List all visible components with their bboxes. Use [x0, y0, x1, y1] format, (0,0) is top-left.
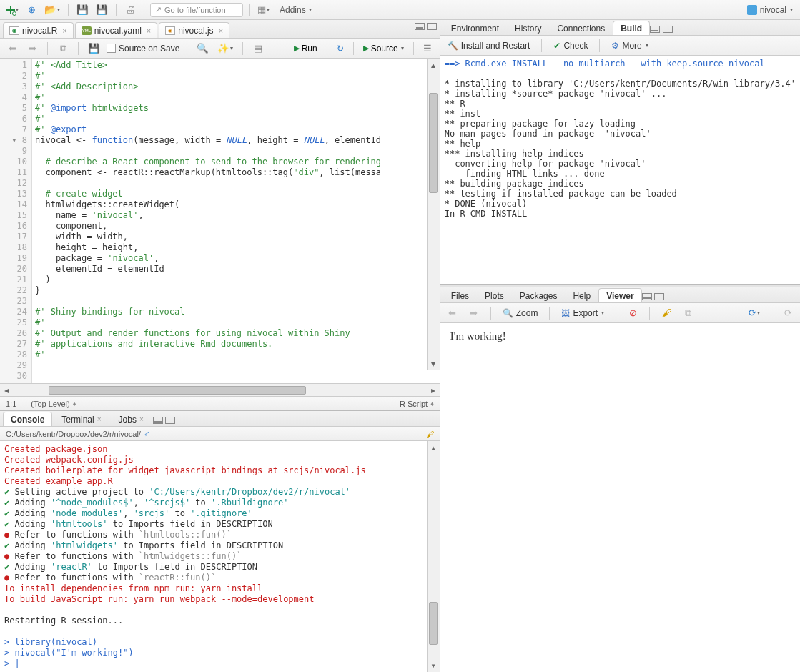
tab-files[interactable]: Files: [443, 288, 477, 302]
project-menu[interactable]: nivocal▾: [744, 3, 796, 17]
export-button[interactable]: 🖼Export▾: [558, 306, 607, 320]
separator: [68, 4, 69, 16]
close-tab-icon[interactable]: ×: [62, 26, 66, 35]
viewer-tabs-bar: FilesPlotsPackagesHelpViewer: [440, 287, 800, 303]
vertical-scrollbar[interactable]: ▴▾: [427, 59, 440, 370]
code-area[interactable]: #' <Add Title>#'#' <Add Description>#'#'…: [32, 59, 440, 383]
tab-viewer[interactable]: Viewer: [598, 288, 641, 302]
zoom-button[interactable]: 🔍Zoom: [500, 306, 541, 320]
tab-plots[interactable]: Plots: [477, 288, 512, 302]
run-button[interactable]: ▶Run: [290, 41, 321, 56]
tab-history[interactable]: History: [507, 21, 549, 35]
find-button[interactable]: 🔍: [194, 41, 211, 56]
wand-button[interactable]: ✨▾: [215, 41, 235, 56]
console-output[interactable]: Created package.jsonCreated webpack.conf…: [0, 441, 440, 672]
new-project-button[interactable]: ⊕: [24, 2, 39, 18]
save-all-button[interactable]: 💾: [94, 2, 110, 18]
viewer-toolbar: ⬅ ➡ 🔍Zoom 🖼Export▾ ⊘ 🖌 ⧉ ⟳▾ ⟳: [440, 303, 800, 323]
clear-console-icon[interactable]: 🖌: [426, 430, 434, 438]
more-button[interactable]: ⚙More▾: [608, 39, 651, 53]
tab-terminal[interactable]: Terminal×: [54, 412, 109, 426]
grid-view-button[interactable]: ▦▾: [255, 2, 272, 18]
minimize-pane-icon[interactable]: [650, 26, 660, 33]
compile-report-button[interactable]: ▤: [250, 41, 266, 56]
file-type-selector[interactable]: R Script♦: [400, 400, 434, 408]
build-output[interactable]: ==> Rcmd.exe INSTALL --no-multiarch --wi…: [440, 56, 800, 284]
forward-button[interactable]: ➡: [24, 41, 40, 56]
maximize-pane-icon[interactable]: [427, 23, 437, 30]
save-button[interactable]: 💾: [74, 2, 91, 18]
console-path-bar: C:/Users/kentr/Dropbox/dev2/r/nivocal/ ➶…: [0, 427, 440, 441]
minimize-pane-icon[interactable]: [153, 417, 163, 424]
outline-button[interactable]: ☰: [420, 41, 435, 56]
goto-file-input[interactable]: ↗Go to file/function: [150, 3, 243, 17]
print-button[interactable]: 🖨: [122, 2, 138, 18]
minimize-pane-icon[interactable]: [642, 293, 652, 300]
show-in-new-window-button[interactable]: ⧉: [55, 41, 71, 56]
cursor-position: 1:1: [6, 400, 16, 408]
maximize-pane-icon[interactable]: [663, 26, 673, 33]
source-on-save-checkbox[interactable]: Source on Save: [107, 44, 179, 54]
editor-status-bar: 1:1 (Top Level)♦ R Script♦: [0, 396, 440, 410]
code-editor[interactable]: 1234567▾ 8910111213141516171819202122232…: [0, 59, 440, 383]
minimize-pane-icon[interactable]: [415, 23, 425, 30]
refresh-viewer-button[interactable]: ⟳▾: [746, 305, 762, 321]
tab-packages[interactable]: Packages: [512, 288, 566, 302]
scope-selector[interactable]: (Top Level)♦: [31, 400, 76, 408]
clear-viewer-button[interactable]: 🖌: [658, 305, 674, 321]
line-gutter: 1234567▾ 8910111213141516171819202122232…: [0, 59, 32, 383]
rerun-button[interactable]: ↻: [333, 41, 347, 56]
open-dir-icon[interactable]: ➶: [144, 429, 150, 438]
source-toolbar: ⬅ ➡ ⧉ 💾 Source on Save 🔍 ✨▾ ▤ ▶Run ↻ ▶So…: [0, 39, 440, 59]
tab-console[interactable]: Console: [3, 412, 52, 426]
close-tab-icon[interactable]: ×: [147, 26, 151, 35]
file-tab-nivocal.R[interactable]: ◉nivocal.R×: [3, 22, 74, 38]
check-button[interactable]: ✔Check: [550, 39, 591, 53]
viewer-back-button[interactable]: ⬅: [445, 305, 460, 321]
sync-viewer-button[interactable]: ⟳: [780, 305, 796, 321]
console-tabs-bar: ConsoleTerminal×Jobs×: [0, 411, 440, 427]
env-tabs-bar: EnvironmentHistoryConnectionsBuild: [440, 20, 800, 36]
separator: [144, 4, 144, 16]
back-button[interactable]: ⬅: [4, 41, 20, 56]
install-restart-button[interactable]: 🔨Install and Restart: [445, 39, 533, 53]
source-button[interactable]: ▶Source▾: [360, 41, 408, 56]
close-tab-icon[interactable]: ×: [219, 26, 223, 35]
tab-help[interactable]: Help: [565, 288, 598, 302]
separator: [249, 4, 250, 16]
tab-connections[interactable]: Connections: [549, 21, 613, 35]
new-file-button[interactable]: ▾: [4, 2, 21, 18]
remove-viewer-button[interactable]: ⊘: [625, 305, 641, 321]
file-tab-nivocal.js[interactable]: ◉nivocal.js×: [159, 22, 229, 38]
file-tabs-bar: ◉nivocal.R×YMLnivocal.yaml×◉nivocal.js×: [0, 20, 440, 39]
working-directory: C:/Users/kentr/Dropbox/dev2/r/nivocal/: [6, 430, 141, 438]
viewer-text: I'm working!: [450, 330, 506, 342]
popup-viewer-button[interactable]: ⧉: [680, 305, 696, 321]
viewer-forward-button[interactable]: ➡: [466, 305, 482, 321]
maximize-pane-icon[interactable]: [654, 293, 664, 300]
viewer-content: I'm working!: [440, 323, 800, 672]
save-source-button[interactable]: 💾: [86, 41, 102, 56]
vertical-scrollbar[interactable]: ▴▾: [427, 441, 440, 672]
horizontal-scrollbar[interactable]: ◂▸: [0, 383, 440, 396]
tab-environment[interactable]: Environment: [443, 21, 507, 35]
build-toolbar: 🔨Install and Restart ✔Check ⚙More▾: [440, 36, 800, 56]
maximize-pane-icon[interactable]: [165, 417, 175, 424]
main-toolbar: ▾ ⊕ 📂▾ 💾 💾 🖨 ↗Go to file/function ▦▾ Add…: [0, 0, 800, 20]
separator: [116, 4, 117, 16]
open-file-button[interactable]: 📂▾: [42, 2, 62, 18]
tab-jobs[interactable]: Jobs×: [111, 412, 152, 426]
file-tab-nivocal.yaml[interactable]: YMLnivocal.yaml×: [75, 22, 157, 38]
addins-button[interactable]: Addins▾: [275, 3, 317, 17]
tab-build[interactable]: Build: [613, 21, 650, 35]
goto-placeholder: Go to file/function: [164, 6, 226, 14]
